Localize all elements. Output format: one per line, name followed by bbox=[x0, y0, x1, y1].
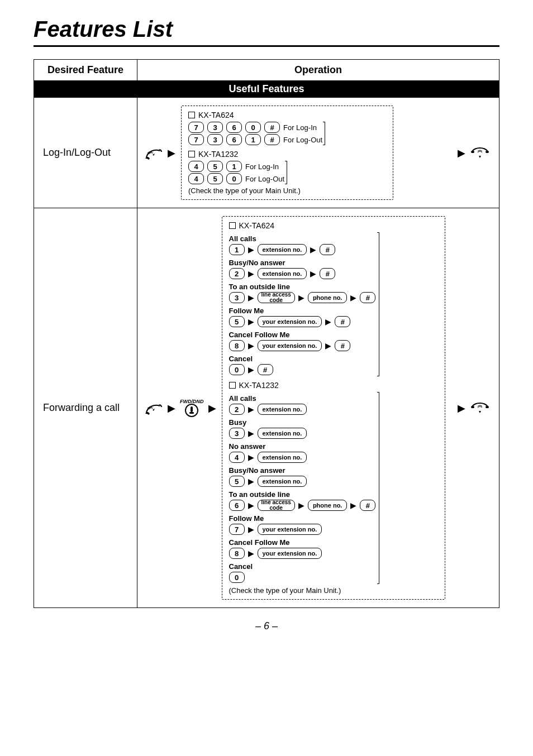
arrow-icon: ▶ bbox=[458, 147, 465, 159]
option-title: Cancel Follow Me bbox=[229, 331, 376, 339]
line-label: For Log-In bbox=[245, 162, 279, 171]
line-label: For Log-Out bbox=[283, 136, 322, 144]
arrow-icon: ▶ bbox=[168, 402, 175, 414]
arrow-icon: ▶ bbox=[168, 147, 175, 159]
col-header-operation: Operation bbox=[137, 60, 499, 81]
key-ext: extension no. bbox=[258, 476, 307, 487]
key-3: 3 bbox=[207, 122, 223, 133]
svg-marker-4 bbox=[153, 409, 155, 411]
key-ext: extension no. bbox=[258, 244, 307, 255]
feature-name-login: Log-In/Log-Out bbox=[34, 98, 137, 208]
key-hash: # bbox=[335, 316, 350, 327]
section-header: Useful Features bbox=[34, 81, 499, 98]
key-3: 3 bbox=[207, 134, 223, 145]
option-title: Busy/No answer bbox=[229, 466, 376, 475]
option-title: Busy/No answer bbox=[229, 259, 376, 267]
key-hash: # bbox=[335, 340, 350, 351]
page-title: Features List bbox=[34, 17, 499, 42]
unit-name: KX-TA624 bbox=[239, 221, 275, 230]
key-hash: # bbox=[258, 364, 273, 375]
col-header-feature: Desired Feature bbox=[34, 60, 137, 81]
key-4: 4 bbox=[229, 452, 245, 463]
svg-point-8 bbox=[471, 406, 474, 408]
key-ext: extension no. bbox=[258, 268, 307, 279]
key-1: 1 bbox=[229, 244, 245, 255]
option-title: To an outside line bbox=[229, 283, 376, 291]
key-your-ext: your extension no. bbox=[258, 548, 322, 559]
key-6: 6 bbox=[229, 500, 245, 511]
key-hash: # bbox=[320, 268, 335, 279]
key-4: 4 bbox=[188, 161, 204, 172]
key-8: 8 bbox=[229, 548, 245, 559]
key-1: 1 bbox=[226, 161, 242, 172]
key-your-ext: your extension no. bbox=[258, 524, 322, 535]
key-phone-no: phone no. bbox=[308, 500, 348, 511]
offhook-icon bbox=[144, 400, 163, 416]
svg-point-1 bbox=[471, 151, 474, 153]
options-box-forwarding: KX-TA624 All calls 1 ▶ extension no. bbox=[222, 216, 445, 600]
option-title: Follow Me bbox=[229, 307, 376, 315]
svg-marker-3 bbox=[479, 156, 481, 158]
key-5: 5 bbox=[207, 173, 223, 184]
arrow-icon: ▶ bbox=[208, 402, 216, 414]
offhook-icon bbox=[144, 145, 163, 161]
page-number: – 6 – bbox=[34, 620, 499, 632]
unit-note: (Check the type of your Main Unit.) bbox=[188, 186, 386, 195]
key-hash: # bbox=[320, 244, 335, 255]
unit-name: KX-TA624 bbox=[198, 111, 234, 119]
feature-name-forwarding: Forwarding a call bbox=[34, 208, 137, 608]
options-box-login: KX-TA624 7 3 6 0 # bbox=[181, 106, 393, 200]
key-hash: # bbox=[360, 292, 375, 303]
key-ext: extension no. bbox=[258, 452, 307, 463]
key-your-ext: your extension no. bbox=[258, 316, 322, 327]
fwd-dnd-button-icon: FWD/DND bbox=[180, 399, 204, 418]
key-7: 7 bbox=[188, 122, 204, 133]
option-title: Cancel bbox=[229, 562, 376, 571]
svg-rect-7 bbox=[189, 412, 194, 414]
features-table: Desired Feature Operation Useful Feature… bbox=[34, 59, 499, 608]
key-1: 1 bbox=[245, 134, 261, 145]
svg-point-2 bbox=[486, 151, 489, 153]
option-title: Follow Me bbox=[229, 514, 376, 523]
title-rule bbox=[34, 45, 499, 47]
key-ext: extension no. bbox=[258, 428, 307, 439]
key-7: 7 bbox=[229, 524, 245, 535]
option-title: Cancel bbox=[229, 355, 376, 363]
key-line-access: line access code bbox=[258, 292, 295, 303]
key-8: 8 bbox=[229, 340, 245, 351]
key-your-ext: your extension no. bbox=[258, 340, 322, 351]
line-label: For Log-Out bbox=[245, 175, 284, 183]
key-0: 0 bbox=[245, 122, 261, 133]
key-3: 3 bbox=[229, 292, 245, 303]
key-2: 2 bbox=[229, 404, 245, 415]
unit-name: KX-TA1232 bbox=[239, 381, 279, 390]
option-title: Cancel Follow Me bbox=[229, 538, 376, 547]
unit-note: (Check the type of your Main Unit.) bbox=[229, 586, 438, 595]
onhook-icon bbox=[470, 401, 490, 415]
key-3: 3 bbox=[229, 428, 245, 439]
option-title: No answer bbox=[229, 442, 376, 451]
line-label: For Log-In bbox=[283, 123, 317, 132]
svg-rect-6 bbox=[191, 406, 193, 412]
key-ext: extension no. bbox=[258, 404, 307, 415]
key-4: 4 bbox=[188, 173, 204, 184]
key-phone-no: phone no. bbox=[308, 292, 348, 303]
key-line-access: line access code bbox=[258, 500, 295, 511]
key-0: 0 bbox=[226, 173, 242, 184]
key-hash: # bbox=[360, 500, 375, 511]
key-5: 5 bbox=[229, 316, 245, 327]
option-title: All calls bbox=[229, 394, 376, 403]
key-2: 2 bbox=[229, 268, 245, 279]
key-6: 6 bbox=[226, 122, 242, 133]
option-title: To an outside line bbox=[229, 490, 376, 499]
key-0: 0 bbox=[229, 364, 245, 375]
key-hash: # bbox=[264, 134, 280, 145]
arrow-icon: ▶ bbox=[458, 402, 465, 414]
option-title: All calls bbox=[229, 235, 376, 243]
svg-marker-10 bbox=[479, 411, 481, 413]
key-7: 7 bbox=[188, 134, 204, 145]
svg-point-9 bbox=[486, 406, 489, 408]
key-5: 5 bbox=[229, 476, 245, 487]
option-title: Busy bbox=[229, 418, 376, 427]
key-5: 5 bbox=[207, 161, 223, 172]
